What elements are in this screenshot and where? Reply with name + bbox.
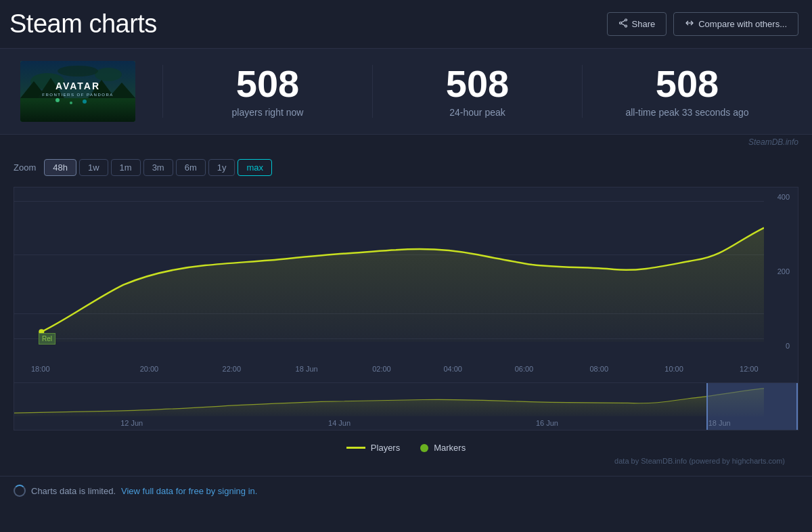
compare-icon xyxy=(685,18,694,30)
x-label-1200: 12:00 xyxy=(740,365,759,373)
zoom-1m-button[interactable]: 1m xyxy=(111,159,141,176)
x-label-18jun: 18 Jun xyxy=(296,365,318,373)
minimap-label-14jun: 14 Jun xyxy=(328,419,351,427)
zoom-controls: Zoom 48h 1w 1m 3m 6m 1y max xyxy=(14,159,798,176)
players-now-value: 508 xyxy=(183,65,352,103)
legend-players: Players xyxy=(346,443,400,453)
y-label-400: 400 xyxy=(777,193,790,201)
y-label-200: 200 xyxy=(777,267,790,275)
legend-markers: Markers xyxy=(420,443,466,453)
x-label-0200: 02:00 xyxy=(372,365,391,373)
x-label-1800: 18:00 xyxy=(31,365,50,373)
stat-players-now: 508 players right now xyxy=(162,65,372,118)
footer-notice: Charts data is limited. xyxy=(31,486,116,496)
legend-players-label: Players xyxy=(371,443,400,453)
chart-y-axis: 400 200 0 xyxy=(766,187,790,355)
chart-line-svg xyxy=(14,187,764,355)
share-label: Share xyxy=(632,19,656,29)
x-label-2200: 22:00 xyxy=(223,365,242,373)
share-button[interactable]: Share xyxy=(607,12,667,36)
svg-point-16 xyxy=(70,102,72,104)
svg-point-1 xyxy=(625,25,627,27)
minimap-label-12jun: 12 Jun xyxy=(120,419,143,427)
svg-line-3 xyxy=(621,20,625,22)
players-now-label: players right now xyxy=(183,107,352,118)
zoom-label: Zoom xyxy=(14,162,36,173)
zoom-3m-button[interactable]: 3m xyxy=(143,159,173,176)
svg-point-15 xyxy=(55,98,60,102)
peak-24h-label: 24-hour peak xyxy=(393,107,562,118)
page-title: Steam charts xyxy=(9,9,157,39)
svg-point-2 xyxy=(619,22,621,24)
header: Steam charts Share xyxy=(0,0,812,49)
footer-cta-link[interactable]: View full data for free by signing in. xyxy=(121,486,257,496)
zoom-6m-button[interactable]: 6m xyxy=(176,159,206,176)
svg-point-9 xyxy=(58,66,98,76)
steamdb-credit-top: SteamDB.info xyxy=(0,135,812,148)
game-thumbnail: AVATAR FRONTIERS OF PANDORA xyxy=(20,61,135,122)
stat-alltime-peak: 508 all-time peak 33 seconds ago xyxy=(582,65,792,118)
chart-legend: Players Markers xyxy=(14,437,798,456)
x-label-0800: 08:00 xyxy=(589,365,608,373)
minimap[interactable]: 12 Jun 14 Jun 16 Jun 18 Jun xyxy=(14,383,798,430)
compare-button[interactable]: Compare with others... xyxy=(673,12,798,36)
zoom-48h-button[interactable]: 48h xyxy=(44,159,76,176)
chart-section: Zoom 48h 1w 1m 3m 6m 1y max xyxy=(0,148,812,476)
share-icon xyxy=(618,18,628,30)
loading-icon xyxy=(14,485,26,497)
zoom-max-button[interactable]: max xyxy=(238,159,272,176)
main-chart: 400 200 0 Rel 18:00 20:00 22:00 18 Jun 0… xyxy=(14,187,798,383)
svg-point-0 xyxy=(625,19,627,21)
rel-marker: Rel xyxy=(39,333,55,345)
data-credit: data by SteamDB.info (powered by highcha… xyxy=(14,456,798,469)
x-label-1000: 10:00 xyxy=(664,365,683,373)
svg-rect-10 xyxy=(20,98,135,122)
zoom-1w-button[interactable]: 1w xyxy=(79,159,108,176)
compare-label: Compare with others... xyxy=(698,19,787,29)
minimap-labels: 12 Jun 14 Jun 16 Jun 18 Jun xyxy=(14,416,798,430)
minimap-svg xyxy=(14,383,764,416)
svg-text:FRONTIERS OF PANDORA: FRONTIERS OF PANDORA xyxy=(42,93,114,97)
footer-bar: Charts data is limited. View full data f… xyxy=(0,476,812,505)
svg-text:AVATAR: AVATAR xyxy=(55,81,100,91)
svg-point-8 xyxy=(95,68,122,81)
stat-24h-peak: 508 24-hour peak xyxy=(372,65,582,118)
minimap-label-18jun: 18 Jun xyxy=(708,419,731,427)
header-buttons: Share Compare with others... xyxy=(607,12,798,36)
alltime-peak-value: 508 xyxy=(603,65,771,103)
peak-24h-value: 508 xyxy=(393,65,562,103)
x-label-0400: 04:00 xyxy=(443,365,462,373)
legend-markers-label: Markers xyxy=(434,443,466,453)
chart-x-axis: 18:00 20:00 22:00 18 Jun 02:00 04:00 06:… xyxy=(14,355,764,382)
minimap-label-16jun: 16 Jun xyxy=(536,419,558,427)
y-label-0: 0 xyxy=(786,342,790,350)
svg-point-17 xyxy=(83,99,87,104)
alltime-peak-label: all-time peak 33 seconds ago xyxy=(603,107,771,118)
legend-players-line xyxy=(346,447,365,449)
legend-markers-dot xyxy=(420,444,428,452)
x-label-0600: 06:00 xyxy=(515,365,534,373)
zoom-1y-button[interactable]: 1y xyxy=(208,159,235,176)
x-label-2000: 20:00 xyxy=(140,365,159,373)
svg-line-4 xyxy=(621,24,625,26)
game-info-bar: AVATAR FRONTIERS OF PANDORA 508 players … xyxy=(0,49,812,135)
